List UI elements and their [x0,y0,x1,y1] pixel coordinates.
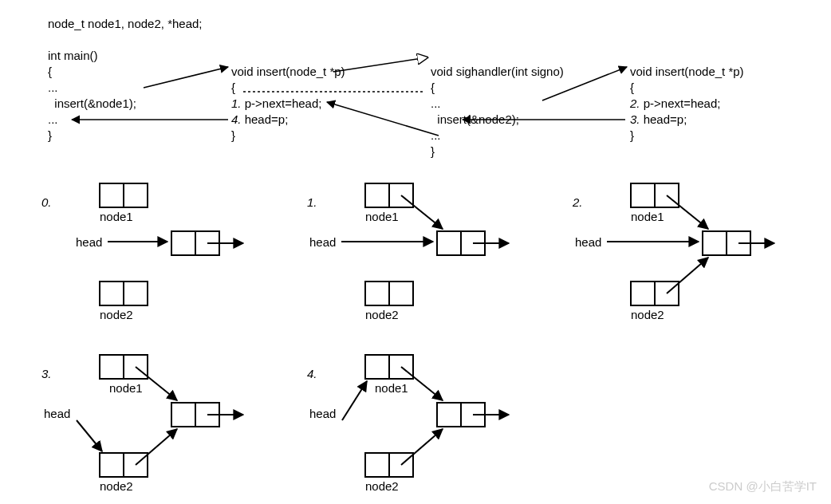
step0-boxes [100,183,219,305]
svg-line-30 [667,195,708,229]
svg-line-42 [77,420,102,451]
step2-boxes [631,183,750,305]
step1-boxes [365,183,485,305]
svg-line-51 [401,429,443,465]
svg-line-2 [542,67,627,100]
svg-line-1 [333,57,427,72]
svg-line-52 [342,381,367,420]
step3-boxes [100,355,219,477]
svg-line-21 [401,195,443,229]
svg-line-41 [136,429,177,465]
svg-line-31 [667,258,708,293]
svg-line-4 [327,102,439,136]
code-arrows [72,57,627,136]
svg-line-0 [144,67,228,88]
step4-boxes [365,355,485,477]
diagram-svg [0,0,831,504]
svg-line-50 [401,367,443,400]
svg-line-40 [136,367,177,400]
